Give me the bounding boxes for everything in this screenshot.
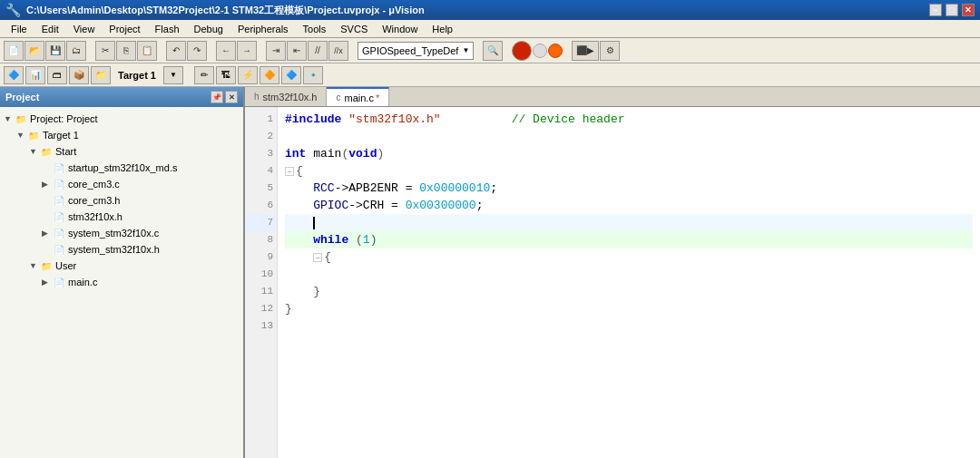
sysc-icon: 📄 (52, 226, 66, 240)
panel-pin-button[interactable]: 📌 (211, 91, 223, 103)
tree-item-project[interactable]: ▼ 📁 Project: Project (0, 111, 243, 127)
build-dot2 (548, 44, 563, 58)
project-icon: 📁 (14, 112, 28, 126)
line-num-3: 3 (245, 145, 277, 162)
menu-edit[interactable]: Edit (34, 22, 66, 36)
tb2-btn2[interactable]: 📊 (25, 66, 45, 84)
tree-item-corec[interactable]: ▶ 📄 core_cm3.c (0, 176, 243, 192)
search-button[interactable]: 🔍 (483, 41, 503, 61)
tb2-func5[interactable]: 🔷 (281, 66, 301, 84)
uncomment-button[interactable]: //x (328, 41, 348, 61)
app-icon: 🔧 (5, 3, 21, 17)
menu-peripherals[interactable]: Peripherals (230, 22, 296, 36)
new-file-button[interactable]: 📄 (4, 41, 24, 61)
open-button[interactable]: 📂 (24, 41, 44, 61)
project-panel-title: Project (5, 92, 39, 102)
code-content[interactable]: #include "stm32f10x.h" // Device header … (278, 107, 980, 458)
save-all-button[interactable]: 🗂 (66, 41, 86, 61)
tab-stm32h[interactable]: h stm32f10x.h (245, 87, 327, 106)
toolbar2: 🔷 📊 🗃 📦 📁 Target 1 ▼ ✏ 🏗 ⚡ 🔶 🔷 🔹 (0, 63, 980, 87)
tree-item-sysc[interactable]: ▶ 📄 system_stm32f10x.c (0, 225, 243, 241)
tree-label-startup: startup_stm32f10x_md.s (68, 162, 177, 173)
menu-svcs[interactable]: SVCS (333, 22, 375, 36)
paren-close: ) (377, 145, 384, 162)
keyword-while: while (313, 231, 348, 248)
expand-icon-target1: ▼ (16, 131, 25, 140)
menu-help[interactable]: Help (425, 22, 460, 36)
menu-flash[interactable]: Flash (148, 22, 187, 36)
menu-file[interactable]: File (4, 22, 34, 36)
code-view[interactable]: 1 2 3 4 5 6 7 8 9 10 11 12 13 #include " (245, 107, 980, 458)
forward-button[interactable]: → (237, 41, 257, 61)
toggle-comment-button[interactable]: // (308, 41, 328, 61)
tree-item-stm32h[interactable]: 📄 stm32f10x.h (0, 209, 243, 225)
num-rcc-val: 0x00000010 (419, 180, 490, 197)
menu-project[interactable]: Project (102, 22, 147, 36)
tree-item-coreh[interactable]: 📄 core_cm3.h (0, 192, 243, 209)
symbol-dropdown-value: GPIOSpeed_TypeDef (362, 45, 458, 56)
save-button[interactable]: 💾 (45, 41, 65, 61)
target-dropdown-btn[interactable]: ▼ (163, 66, 183, 84)
menu-window[interactable]: Window (375, 22, 425, 36)
brace-close-11: } (313, 283, 320, 300)
unindent-button[interactable]: ⇤ (287, 41, 307, 61)
tab-icon-stm32h: h (254, 92, 260, 102)
symbol-dropdown[interactable]: GPIOSpeed_TypeDef (358, 42, 474, 60)
line-num-13: 13 (245, 317, 277, 335)
line-num-6: 6 (245, 197, 277, 214)
tb2-func2[interactable]: 🏗 (216, 66, 236, 84)
panel-header-buttons: 📌 ✕ (211, 91, 238, 103)
tb2-func3[interactable]: ⚡ (238, 66, 258, 84)
tab-label-stm32h: stm32f10x.h (263, 92, 318, 102)
keyword-void: void (348, 145, 377, 162)
tb2-func4[interactable]: 🔶 (260, 66, 279, 84)
paste-button[interactable]: 📋 (137, 41, 157, 61)
tree-item-target1[interactable]: ▼ 📁 Target 1 (0, 127, 243, 143)
tree-item-startup[interactable]: 📄 startup_stm32f10x_md.s (0, 160, 243, 176)
code-line-9: − { (285, 248, 973, 266)
tab-mainc[interactable]: c main.c * (327, 87, 389, 106)
while-condition: 1 (363, 231, 370, 248)
cut-button[interactable]: ✂ (95, 41, 115, 61)
tb2-btn3[interactable]: 🗃 (47, 66, 67, 84)
menu-debug[interactable]: Debug (187, 22, 230, 36)
tb2-func6[interactable]: 🔹 (303, 66, 323, 84)
indent-button[interactable]: ⇥ (266, 41, 286, 61)
copy-button[interactable]: ⎘ (116, 41, 136, 61)
reg-rcc: RCC (313, 180, 334, 197)
fold-btn-4[interactable]: − (285, 167, 294, 176)
menu-tools[interactable]: Tools (296, 22, 334, 36)
minimize-button[interactable]: − (929, 4, 942, 16)
undo-button[interactable]: ↶ (166, 41, 186, 61)
redo-button[interactable]: ↷ (187, 41, 207, 61)
stm32h-icon: 📄 (52, 210, 66, 224)
tree-item-mainc[interactable]: ▶ 📄 main.c (0, 274, 243, 290)
code-line-6: GPIOC -> CRH = 0x00300000 ; (285, 197, 973, 214)
tree-item-start[interactable]: ▼ 📁 Start (0, 143, 243, 160)
brace-open-4: { (296, 162, 303, 180)
tree-item-user[interactable]: ▼ 📁 User (0, 258, 243, 274)
tb2-btn4[interactable]: 📦 (69, 66, 89, 84)
fold-btn-9[interactable]: − (313, 253, 322, 262)
maximize-button[interactable]: □ (946, 4, 958, 16)
options-button[interactable]: ⬛▶ (572, 41, 599, 61)
tree-item-sysh[interactable]: 📄 system_stm32f10x.h (0, 241, 243, 258)
tb2-btn1[interactable]: 🔷 (4, 66, 24, 84)
panel-close-button[interactable]: ✕ (225, 91, 238, 103)
settings-button[interactable]: ⚙ (600, 41, 620, 61)
close-button[interactable]: ✕ (962, 4, 975, 16)
project-tree: ▼ 📁 Project: Project ▼ 📁 Target 1 ▼ 📁 St… (0, 107, 243, 458)
tb2-btn5[interactable]: 📁 (91, 66, 111, 84)
title-bar: 🔧 C:\Users\Admin\Desktop\STM32Project\2-… (0, 0, 980, 20)
code-line-13 (285, 317, 973, 335)
keyword-include: #include (285, 111, 341, 128)
code-line-5: RCC -> APB2ENR = 0x00000010 ; (285, 180, 973, 197)
corec-icon: 📄 (52, 177, 66, 191)
expand-icon-start: ▼ (29, 147, 38, 156)
project-panel: Project 📌 ✕ ▼ 📁 Project: Project ▼ 📁 Tar… (0, 87, 245, 458)
tb2-func1[interactable]: ✏ (194, 66, 214, 84)
build-stop-button[interactable] (512, 41, 532, 61)
mainc-icon: 📄 (52, 275, 66, 289)
back-button[interactable]: ← (216, 41, 236, 61)
menu-view[interactable]: View (66, 22, 103, 36)
